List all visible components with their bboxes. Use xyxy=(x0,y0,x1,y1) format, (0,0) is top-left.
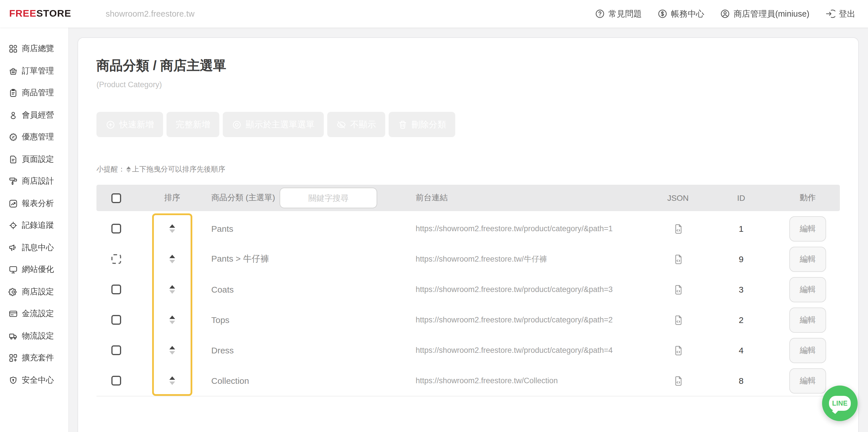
category-name: Collection xyxy=(211,376,406,386)
sidebar-item-label: 訂單管理 xyxy=(22,66,54,76)
sidebar-item[interactable]: 安全中心 xyxy=(0,369,68,391)
table-row: Pants https://showroom2.freestore.tw/pro… xyxy=(96,213,840,244)
sidebar-item[interactable]: 優惠管理 xyxy=(0,126,68,148)
row-checkbox[interactable] xyxy=(112,254,121,264)
sidebar-item[interactable]: 商店總覽 xyxy=(0,38,68,60)
sidebar-item[interactable]: 商品管理 xyxy=(0,82,68,104)
row-checkbox[interactable] xyxy=(112,376,121,386)
content-card: 商品分類 / 商店主選單 (Product Category) 快速新增 完整新… xyxy=(78,37,859,432)
credit-card-icon xyxy=(9,309,18,319)
sidebar-item-label: 擴充套件 xyxy=(22,353,54,363)
store-url: showroom2.freestore.tw xyxy=(105,9,194,19)
category-table: 排序 商品分類 (主選單) 前台連結 JSON ID 動作 xyxy=(96,185,840,396)
sidebar-item-label: 物流設定 xyxy=(22,331,54,341)
table-row: Tops https://showroom2.freestore.tw/prod… xyxy=(96,305,840,335)
sidebar-item[interactable]: 訂單管理 xyxy=(0,60,68,82)
frontend-link: https://showroom2.freestore.tw/product/c… xyxy=(406,315,649,324)
sidebar-item[interactable]: 商店設定 xyxy=(0,281,68,303)
basket-icon xyxy=(9,67,18,76)
table-header-row: 排序 商品分類 (主選單) 前台連結 JSON ID 動作 xyxy=(96,185,840,211)
json-file-icon[interactable] xyxy=(673,284,683,295)
edit-button[interactable]: 編輯 xyxy=(789,246,826,272)
drag-sort-handle[interactable] xyxy=(169,255,175,263)
gear-icon xyxy=(9,288,18,297)
category-name: Tops xyxy=(211,315,406,325)
row-checkbox[interactable] xyxy=(112,224,121,233)
column-header-link: 前台連結 xyxy=(406,193,649,203)
row-id: 3 xyxy=(707,285,776,294)
json-file-icon[interactable] xyxy=(673,375,683,387)
logout-icon xyxy=(825,9,835,19)
top-nav-item[interactable]: 常見問題 xyxy=(595,8,642,19)
sidebar-item-label: 訊息中心 xyxy=(22,243,54,253)
row-id: 8 xyxy=(707,376,776,386)
drag-sort-handle[interactable] xyxy=(169,377,175,385)
megaphone-icon xyxy=(9,243,18,253)
top-nav-item[interactable]: 商店管理員(miniuse) xyxy=(720,8,809,19)
line-chat-button[interactable]: LINE xyxy=(822,386,858,421)
top-nav-item-label: 常見問題 xyxy=(609,8,642,19)
freestore-logo[interactable]: FREESTORE xyxy=(9,8,71,20)
json-file-icon[interactable] xyxy=(673,223,683,234)
toolbar-button[interactable]: 不顯示 xyxy=(327,112,385,137)
row-id: 4 xyxy=(707,345,776,355)
sidebar-item[interactable]: 記錄追蹤 xyxy=(0,214,68,237)
category-name: Pants xyxy=(211,224,406,233)
top-nav-item[interactable]: 帳務中心 xyxy=(657,8,704,19)
json-file-icon[interactable] xyxy=(673,314,683,326)
frontend-link: https://showroom2.freestore.tw/牛仔褲 xyxy=(406,254,649,264)
toolbar-button-label: 完整新增 xyxy=(176,119,210,130)
edit-button[interactable]: 編輯 xyxy=(789,307,826,332)
column-header-category: 商品分類 (主選單) xyxy=(211,193,275,203)
table-row: Collection https://showroom2.freestore.t… xyxy=(96,365,840,396)
logo-store-text: STORE xyxy=(36,8,71,19)
sidebar-item[interactable]: 擴充套件 xyxy=(0,347,68,369)
sidebar-item[interactable]: 物流設定 xyxy=(0,325,68,347)
grid-icon xyxy=(9,44,18,54)
tip-suffix: 上下拖曳分可以排序先後順序 xyxy=(132,165,225,174)
edit-button[interactable]: 編輯 xyxy=(789,216,826,241)
row-checkbox[interactable] xyxy=(112,345,121,355)
logo-free-text: FREE xyxy=(9,8,36,19)
top-nav-item-label: 登出 xyxy=(839,8,856,19)
frontend-link: https://showroom2.freestore.tw/product/c… xyxy=(406,346,649,355)
drag-sort-handle[interactable] xyxy=(169,346,175,355)
toolbar-button-label: 顯示於主選單選單 xyxy=(246,119,315,130)
row-checkbox[interactable] xyxy=(112,315,121,325)
sidebar-item[interactable]: 報表分析 xyxy=(0,193,68,214)
tip-prefix: 小提醒： xyxy=(96,165,125,174)
frontend-link: https://showroom2.freestore.tw/product/c… xyxy=(406,224,649,233)
row-id: 1 xyxy=(707,224,776,233)
sidebar-item[interactable]: 會員經營 xyxy=(0,104,68,126)
json-file-icon[interactable] xyxy=(673,253,683,265)
search-input[interactable] xyxy=(280,188,377,208)
drag-sort-handle[interactable] xyxy=(169,225,175,233)
clipboard-icon xyxy=(9,89,18,98)
crosshair-icon xyxy=(9,221,18,230)
drag-sort-handle[interactable] xyxy=(169,316,175,324)
toolbar-button[interactable]: 顯示於主選單選單 xyxy=(223,112,324,137)
truck-icon xyxy=(9,332,18,341)
toolbar-button[interactable]: 完整新增 xyxy=(166,112,219,137)
toolbar-button[interactable]: 快速新增 xyxy=(96,112,163,137)
edit-button[interactable]: 編輯 xyxy=(789,368,826,393)
sidebar-item[interactable]: 金流設定 xyxy=(0,303,68,325)
discount-badge-icon xyxy=(9,133,18,142)
select-all-checkbox[interactable] xyxy=(112,193,121,203)
toolbar-button-label: 快速新增 xyxy=(119,119,154,130)
paint-roller-icon xyxy=(9,177,18,186)
top-nav-item[interactable]: 登出 xyxy=(825,8,856,19)
drag-sort-handle[interactable] xyxy=(169,286,175,294)
sidebar-item[interactable]: 商店設計 xyxy=(0,170,68,193)
question-circle-icon xyxy=(595,9,605,19)
toolbar-button[interactable]: 刪除分類 xyxy=(389,112,455,137)
sidebar-item[interactable]: 頁面設定 xyxy=(0,148,68,170)
monitor-icon xyxy=(9,265,18,274)
sidebar-item[interactable]: 網站優化 xyxy=(0,259,68,281)
sidebar-item[interactable]: 訊息中心 xyxy=(0,237,68,259)
edit-button[interactable]: 編輯 xyxy=(789,338,826,363)
json-file-icon[interactable] xyxy=(673,344,683,356)
page-icon xyxy=(9,155,18,164)
row-checkbox[interactable] xyxy=(112,285,121,294)
edit-button[interactable]: 編輯 xyxy=(789,277,826,302)
